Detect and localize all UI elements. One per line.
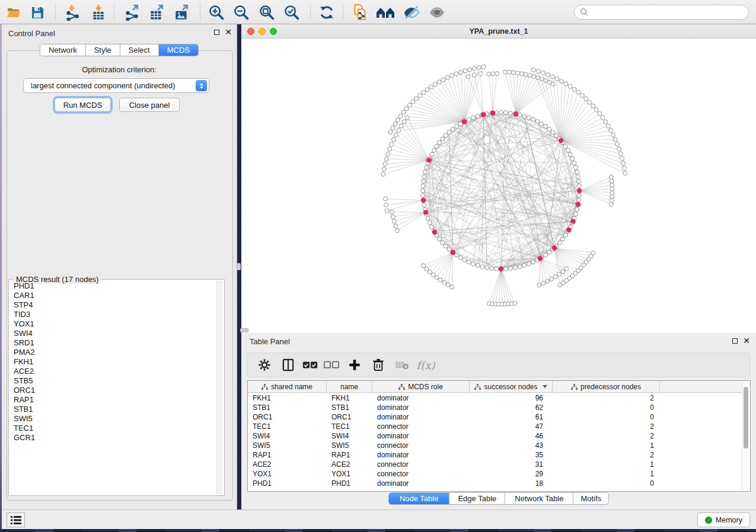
mcds-result-item[interactable]: TEC1 (9, 424, 218, 433)
table-tabs: Node Table Edge Table Network Table Moti… (388, 492, 609, 505)
new-network-from-selection-button[interactable] (349, 2, 371, 22)
tab-network-table[interactable]: Network Table (505, 493, 573, 504)
tab-network[interactable]: Network (40, 44, 85, 56)
function-builder-button-disabled[interactable]: f(x) (414, 355, 438, 375)
table-row[interactable]: SWI4SWI4dominator462 (248, 431, 743, 441)
float-window-icon[interactable] (214, 30, 219, 35)
export-network-button[interactable] (121, 2, 142, 22)
status-bar: Memory (2, 509, 756, 529)
search-box (574, 5, 749, 20)
mcds-result-item[interactable]: CAR1 (9, 291, 218, 300)
table-row[interactable]: STB1STB1dominator620 (248, 403, 743, 412)
network-table-divider-grip[interactable] (240, 328, 248, 332)
table-cell: SWI4 (327, 432, 372, 440)
delete-table-button-disabled[interactable] (390, 355, 414, 375)
tab-style[interactable]: Style (85, 44, 120, 56)
column-header-shared-name[interactable]: shared name (248, 381, 327, 392)
close-icon[interactable]: ✕ (225, 29, 232, 35)
column-header-predecessor-nodes[interactable]: predecessor nodes (553, 381, 660, 392)
table-row[interactable]: TEC1TEC1connector472 (248, 422, 743, 431)
memory-button[interactable]: Memory (697, 512, 750, 527)
save-session-button[interactable] (27, 2, 48, 22)
mcds-result-item[interactable]: TID3 (9, 310, 218, 319)
hide-selected-button[interactable] (401, 2, 422, 22)
run-mcds-button[interactable]: Run MCDS (55, 98, 111, 112)
mcds-result-item[interactable]: SWI4 (9, 329, 218, 338)
table-row[interactable]: SWI5SWI5connector431 (248, 441, 743, 450)
criterion-select[interactable]: largest connected component (undirected) (23, 78, 209, 93)
refresh-view-button[interactable] (316, 2, 337, 22)
mcds-result-item[interactable]: STB1 (9, 405, 218, 414)
column-header-successor-nodes[interactable]: successor nodes (470, 381, 553, 392)
tab-select[interactable]: Select (120, 44, 158, 56)
table-row[interactable]: YOX1YOX1connector291 (248, 469, 743, 479)
zoom-in-button[interactable] (206, 2, 227, 22)
mcds-result-item[interactable]: YOX1 (9, 319, 218, 329)
mcds-result-item[interactable]: FKH1 (9, 357, 218, 367)
panel-divider-grip[interactable] (237, 263, 241, 270)
table-row[interactable]: ORC1ORC1dominator610 (248, 412, 743, 422)
network-graph[interactable] (241, 39, 756, 333)
add-column-button[interactable] (343, 355, 366, 375)
table-cell: 96 (470, 394, 553, 402)
mcds-list-scrollbar[interactable] (216, 281, 222, 494)
export-table-button[interactable] (146, 2, 167, 22)
mcds-result-item[interactable]: RAP1 (9, 395, 218, 405)
mcds-result-item[interactable]: SRD1 (9, 338, 218, 348)
import-table-button[interactable] (88, 2, 109, 22)
table-row[interactable]: FKH1FKH1dominator962 (248, 393, 743, 403)
table-cell: PHD1 (327, 479, 372, 488)
toolbar-separator (310, 4, 311, 20)
tab-mcds[interactable]: MCDS (158, 44, 198, 56)
table-cell: TEC1 (248, 422, 327, 431)
application-window: Control Panel ✕ Network Style Select MCD… (0, 0, 756, 532)
import-network-icon (63, 4, 81, 21)
float-window-icon[interactable] (732, 338, 738, 344)
tab-motifs[interactable]: Motifs (573, 493, 608, 504)
table-scrollbar[interactable] (742, 382, 748, 491)
mcds-result-item[interactable]: PMA2 (9, 348, 218, 357)
close-icon[interactable]: ✕ (743, 338, 750, 344)
hide-eye-icon (403, 5, 420, 20)
search-icon (580, 8, 589, 17)
trash-icon (372, 358, 384, 371)
export-table-icon (148, 4, 165, 21)
table-mode-button[interactable] (276, 355, 300, 375)
mcds-result-item[interactable]: ACE2 (9, 367, 218, 376)
open-file-button[interactable] (3, 2, 24, 22)
column-settings-button[interactable] (253, 355, 276, 375)
mcds-result-item[interactable]: STB5 (9, 376, 218, 386)
zoom-out-button[interactable] (231, 2, 252, 22)
table-cell: 62 (470, 403, 553, 412)
zoom-fit-button[interactable] (256, 2, 277, 22)
show-all-button[interactable] (426, 2, 448, 22)
column-header-mcds-role[interactable]: MCDS role (372, 381, 470, 392)
mcds-result-item[interactable]: SWI5 (9, 414, 218, 424)
tab-node-table[interactable]: Node Table (389, 493, 449, 504)
tab-edge-table[interactable]: Edge Table (449, 493, 505, 504)
memory-label: Memory (716, 516, 742, 524)
table-row[interactable]: RAP1RAP1dominator352 (248, 450, 743, 460)
close-panel-button[interactable]: Close panel (119, 98, 180, 112)
first-neighbors-button[interactable] (375, 2, 396, 22)
select-all-button[interactable] (300, 355, 320, 375)
table-row[interactable]: ACE2ACE2connector311 (248, 460, 743, 469)
column-header-name[interactable]: name (327, 381, 372, 392)
mcds-result-item[interactable]: STP4 (9, 300, 218, 310)
zoom-selected-button[interactable] (281, 2, 302, 22)
mcds-result-item[interactable]: PHD1 (9, 281, 218, 291)
mcds-result-item[interactable]: ORC1 (9, 386, 218, 395)
import-network-button[interactable] (62, 2, 83, 22)
table-row[interactable]: PHD1PHD1dominator180 (248, 479, 743, 488)
toolbar-separator (343, 4, 343, 20)
mcds-result-item[interactable]: GCR1 (9, 433, 218, 443)
table-cell: RAP1 (248, 451, 327, 459)
plus-icon (349, 359, 361, 371)
delete-column-button[interactable] (366, 355, 390, 375)
gear-icon (258, 358, 271, 371)
deselect-all-button[interactable] (320, 355, 343, 375)
table-scrollbar-thumb[interactable] (744, 387, 748, 448)
export-image-button[interactable] (171, 2, 192, 22)
task-history-button[interactable] (7, 512, 25, 527)
search-input[interactable] (592, 7, 748, 18)
